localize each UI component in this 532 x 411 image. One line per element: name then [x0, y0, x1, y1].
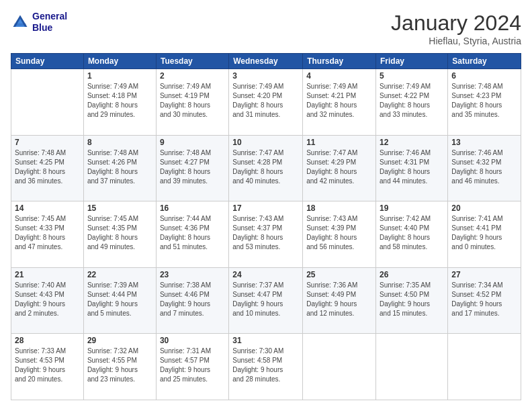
day-cell: 26Sunrise: 7:35 AM Sunset: 4:50 PM Dayli…: [376, 267, 448, 334]
week-row-1: 7Sunrise: 7:48 AM Sunset: 4:25 PM Daylig…: [11, 135, 521, 201]
day-cell: 8Sunrise: 7:48 AM Sunset: 4:26 PM Daylig…: [83, 135, 156, 201]
col-wednesday: Wednesday: [229, 54, 303, 69]
col-friday: Friday: [376, 54, 448, 69]
logo-text: General Blue: [32, 11, 67, 34]
col-saturday: Saturday: [448, 54, 521, 69]
day-cell: 19Sunrise: 7:42 AM Sunset: 4:40 PM Dayli…: [376, 201, 448, 268]
day-number: 6: [451, 71, 517, 81]
day-cell: 4Sunrise: 7:49 AM Sunset: 4:21 PM Daylig…: [303, 69, 376, 136]
day-number: 19: [380, 203, 444, 213]
day-info: Sunrise: 7:49 AM Sunset: 4:19 PM Dayligh…: [160, 82, 225, 120]
day-cell: 9Sunrise: 7:48 AM Sunset: 4:27 PM Daylig…: [156, 135, 228, 201]
day-info: Sunrise: 7:35 AM Sunset: 4:50 PM Dayligh…: [380, 281, 444, 318]
day-info: Sunrise: 7:32 AM Sunset: 4:55 PM Dayligh…: [87, 347, 152, 384]
day-info: Sunrise: 7:46 AM Sunset: 4:32 PM Dayligh…: [451, 148, 517, 186]
day-number: 26: [380, 270, 444, 279]
day-cell: 25Sunrise: 7:36 AM Sunset: 4:49 PM Dayli…: [303, 267, 376, 334]
day-info: Sunrise: 7:43 AM Sunset: 4:37 PM Dayligh…: [232, 214, 299, 252]
day-info: Sunrise: 7:48 AM Sunset: 4:27 PM Dayligh…: [160, 148, 225, 186]
day-info: Sunrise: 7:40 AM Sunset: 4:43 PM Dayligh…: [15, 281, 80, 318]
day-number: 13: [451, 138, 517, 147]
day-cell: 22Sunrise: 7:39 AM Sunset: 4:44 PM Dayli…: [83, 267, 156, 334]
day-number: 31: [232, 336, 299, 345]
day-number: 10: [232, 138, 299, 147]
day-cell: 7Sunrise: 7:48 AM Sunset: 4:25 PM Daylig…: [11, 135, 84, 201]
day-number: 5: [380, 71, 444, 81]
title-block: January 2024 Hieflau, Styria, Austria: [391, 11, 521, 46]
col-thursday: Thursday: [303, 54, 376, 69]
calendar-table: Sunday Monday Tuesday Wednesday Thursday…: [11, 53, 521, 400]
day-info: Sunrise: 7:48 AM Sunset: 4:26 PM Dayligh…: [87, 148, 152, 186]
day-info: Sunrise: 7:37 AM Sunset: 4:47 PM Dayligh…: [232, 281, 299, 318]
day-number: 29: [87, 336, 152, 345]
day-number: 7: [15, 138, 80, 147]
week-row-3: 21Sunrise: 7:40 AM Sunset: 4:43 PM Dayli…: [11, 267, 521, 334]
day-info: Sunrise: 7:39 AM Sunset: 4:44 PM Dayligh…: [87, 281, 152, 318]
day-info: Sunrise: 7:44 AM Sunset: 4:36 PM Dayligh…: [160, 214, 225, 252]
day-cell: 15Sunrise: 7:45 AM Sunset: 4:35 PM Dayli…: [83, 201, 156, 268]
day-info: Sunrise: 7:48 AM Sunset: 4:23 PM Dayligh…: [451, 82, 517, 120]
day-cell: [11, 69, 84, 136]
calendar-body: 1Sunrise: 7:49 AM Sunset: 4:18 PM Daylig…: [11, 69, 521, 400]
day-info: Sunrise: 7:30 AM Sunset: 4:58 PM Dayligh…: [232, 347, 299, 384]
logo-line2: Blue: [32, 22, 67, 34]
day-number: 22: [87, 270, 152, 279]
day-number: 25: [306, 270, 372, 279]
day-info: Sunrise: 7:33 AM Sunset: 4:53 PM Dayligh…: [15, 347, 80, 384]
day-info: Sunrise: 7:43 AM Sunset: 4:39 PM Dayligh…: [306, 214, 372, 252]
day-number: 15: [87, 203, 152, 213]
col-sunday: Sunday: [11, 54, 84, 69]
day-number: 3: [232, 71, 299, 81]
day-cell: [376, 334, 448, 400]
day-info: Sunrise: 7:49 AM Sunset: 4:22 PM Dayligh…: [380, 82, 444, 120]
day-cell: 28Sunrise: 7:33 AM Sunset: 4:53 PM Dayli…: [11, 334, 84, 400]
day-cell: 10Sunrise: 7:47 AM Sunset: 4:28 PM Dayli…: [229, 135, 303, 201]
day-info: Sunrise: 7:47 AM Sunset: 4:29 PM Dayligh…: [306, 148, 372, 186]
day-cell: 5Sunrise: 7:49 AM Sunset: 4:22 PM Daylig…: [376, 69, 448, 136]
day-cell: 2Sunrise: 7:49 AM Sunset: 4:19 PM Daylig…: [156, 69, 228, 136]
day-cell: 1Sunrise: 7:49 AM Sunset: 4:18 PM Daylig…: [83, 69, 156, 136]
day-cell: 30Sunrise: 7:31 AM Sunset: 4:57 PM Dayli…: [156, 334, 228, 400]
day-number: 24: [232, 270, 299, 279]
day-number: 1: [87, 71, 152, 81]
day-cell: 23Sunrise: 7:38 AM Sunset: 4:46 PM Dayli…: [156, 267, 228, 334]
day-number: 2: [160, 71, 225, 81]
svg-rect-2: [14, 24, 26, 26]
day-number: 18: [306, 203, 372, 213]
day-info: Sunrise: 7:42 AM Sunset: 4:40 PM Dayligh…: [380, 214, 444, 252]
day-info: Sunrise: 7:46 AM Sunset: 4:31 PM Dayligh…: [380, 148, 444, 186]
week-row-2: 14Sunrise: 7:45 AM Sunset: 4:33 PM Dayli…: [11, 201, 521, 268]
day-info: Sunrise: 7:49 AM Sunset: 4:18 PM Dayligh…: [87, 82, 152, 120]
week-row-0: 1Sunrise: 7:49 AM Sunset: 4:18 PM Daylig…: [11, 69, 521, 136]
col-monday: Monday: [83, 54, 156, 69]
day-info: Sunrise: 7:31 AM Sunset: 4:57 PM Dayligh…: [160, 347, 225, 384]
day-cell: 17Sunrise: 7:43 AM Sunset: 4:37 PM Dayli…: [229, 201, 303, 268]
day-number: 23: [160, 270, 225, 279]
day-info: Sunrise: 7:48 AM Sunset: 4:25 PM Dayligh…: [15, 148, 80, 186]
day-number: 11: [306, 138, 372, 147]
day-number: 20: [451, 203, 517, 213]
page: General Blue January 2024 Hieflau, Styri…: [0, 0, 532, 411]
day-info: Sunrise: 7:45 AM Sunset: 4:33 PM Dayligh…: [15, 214, 80, 252]
day-cell: 27Sunrise: 7:34 AM Sunset: 4:52 PM Dayli…: [448, 267, 521, 334]
col-tuesday: Tuesday: [156, 54, 228, 69]
day-number: 4: [306, 71, 372, 81]
day-number: 30: [160, 336, 225, 345]
day-cell: 18Sunrise: 7:43 AM Sunset: 4:39 PM Dayli…: [303, 201, 376, 268]
logo-line1: General: [32, 11, 67, 22]
day-cell: 31Sunrise: 7:30 AM Sunset: 4:58 PM Dayli…: [229, 334, 303, 400]
day-number: 16: [160, 203, 225, 213]
day-cell: 6Sunrise: 7:48 AM Sunset: 4:23 PM Daylig…: [448, 69, 521, 136]
day-cell: 12Sunrise: 7:46 AM Sunset: 4:31 PM Dayli…: [376, 135, 448, 201]
day-cell: 29Sunrise: 7:32 AM Sunset: 4:55 PM Dayli…: [83, 334, 156, 400]
day-cell: 20Sunrise: 7:41 AM Sunset: 4:41 PM Dayli…: [448, 201, 521, 268]
day-info: Sunrise: 7:36 AM Sunset: 4:49 PM Dayligh…: [306, 281, 372, 318]
logo-icon: [11, 13, 30, 32]
day-number: 28: [15, 336, 80, 345]
day-info: Sunrise: 7:45 AM Sunset: 4:35 PM Dayligh…: [87, 214, 152, 252]
day-info: Sunrise: 7:41 AM Sunset: 4:41 PM Dayligh…: [451, 214, 517, 252]
day-number: 21: [15, 270, 80, 279]
day-cell: 3Sunrise: 7:49 AM Sunset: 4:20 PM Daylig…: [229, 69, 303, 136]
day-cell: 21Sunrise: 7:40 AM Sunset: 4:43 PM Dayli…: [11, 267, 84, 334]
day-info: Sunrise: 7:49 AM Sunset: 4:21 PM Dayligh…: [306, 82, 372, 120]
